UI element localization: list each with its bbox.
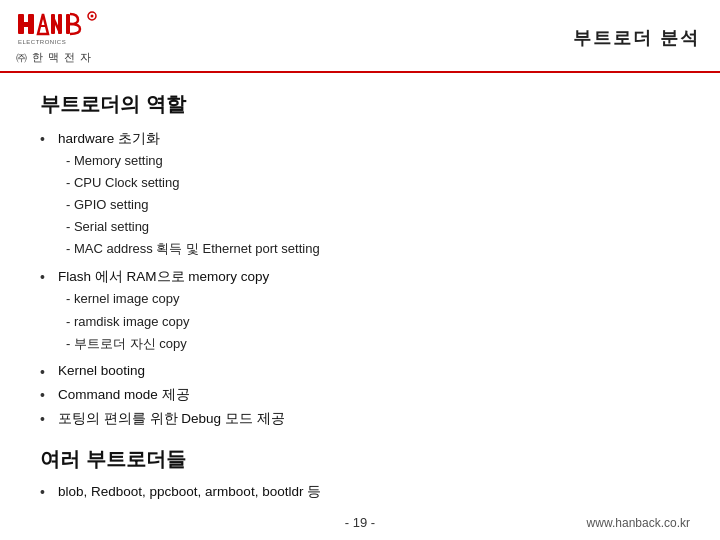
item-content: hardware 초기화 Memory setting CPU Clock se…: [58, 130, 320, 262]
sub-list-item: ramdisk image copy: [58, 311, 269, 333]
bullet-dot: •: [40, 484, 58, 500]
svg-marker-3: [38, 14, 48, 34]
footer: - 19 - www.hanback.co.kr: [0, 515, 720, 530]
list-item: • hardware 초기화 Memory setting CPU Clock …: [40, 130, 680, 262]
sub-list-item: CPU Clock setting: [58, 172, 320, 194]
item-main: blob, Redboot, ppcboot, armboot, bootldr…: [58, 483, 321, 501]
list-item: • blob, Redboot, ppcboot, armboot, bootl…: [40, 483, 680, 501]
bullet-dot: •: [40, 364, 58, 380]
section2-list: • blob, Redboot, ppcboot, armboot, bootl…: [40, 483, 680, 501]
item-main: Kernel booting: [58, 363, 145, 378]
svg-text:ELECTRONICS: ELECTRONICS: [18, 39, 66, 45]
list-item: • Flash 에서 RAM으로 memory copy kernel imag…: [40, 268, 680, 356]
item-content: blob, Redboot, ppcboot, armboot, bootldr…: [58, 483, 321, 501]
item-content: Kernel booting: [58, 363, 145, 378]
sub-list-item: 부트로더 자신 copy: [58, 333, 269, 355]
bullet-dot: •: [40, 269, 58, 285]
sub-list-item: Serial setting: [58, 216, 320, 238]
svg-rect-2: [28, 14, 34, 34]
item-main: 포팅의 편의를 위한 Debug 모드 제공: [58, 410, 285, 428]
sub-list: Memory setting CPU Clock setting GPIO se…: [58, 150, 320, 260]
list-item: • Kernel booting: [40, 363, 680, 380]
logo-area: ELECTRONICS ㈜ 한 맥 전 자: [16, 10, 106, 65]
header-title: 부트로더 분석: [573, 26, 700, 50]
main-content: 부트로더의 역할 • hardware 초기화 Memory setting C…: [0, 73, 720, 517]
svg-point-10: [91, 15, 94, 18]
sub-list-item: Memory setting: [58, 150, 320, 172]
footer-url: www.hanback.co.kr: [570, 516, 690, 530]
sub-list-item: MAC address 획득 및 Ethernet port setting: [58, 238, 320, 260]
logo-text: ㈜ 한 맥 전 자: [16, 50, 92, 65]
item-main: hardware 초기화: [58, 130, 320, 148]
bullet-dot: •: [40, 131, 58, 147]
list-item: • Command mode 제공: [40, 386, 680, 404]
header: ELECTRONICS ㈜ 한 맥 전 자 부트로더 분석: [0, 0, 720, 73]
section1-title: 부트로더의 역할: [40, 91, 680, 118]
section2-title: 여러 부트로더들: [40, 446, 680, 473]
item-content: 포팅의 편의를 위한 Debug 모드 제공: [58, 410, 285, 428]
item-content: Command mode 제공: [58, 386, 190, 404]
logo-image: ELECTRONICS: [16, 10, 106, 48]
sub-list-item: GPIO setting: [58, 194, 320, 216]
sub-list: kernel image copy ramdisk image copy 부트로…: [58, 288, 269, 354]
bullet-dot: •: [40, 387, 58, 403]
footer-page: - 19 -: [345, 515, 375, 530]
item-content: Flash 에서 RAM으로 memory copy kernel image …: [58, 268, 269, 356]
item-main: Command mode 제공: [58, 386, 190, 404]
svg-rect-8: [66, 14, 70, 34]
list-item: • 포팅의 편의를 위한 Debug 모드 제공: [40, 410, 680, 428]
section1-list: • hardware 초기화 Memory setting CPU Clock …: [40, 130, 680, 428]
sub-list-item: kernel image copy: [58, 288, 269, 310]
svg-rect-7: [58, 14, 62, 34]
bullet-dot: •: [40, 411, 58, 427]
item-main: Flash 에서 RAM으로 memory copy: [58, 268, 269, 286]
